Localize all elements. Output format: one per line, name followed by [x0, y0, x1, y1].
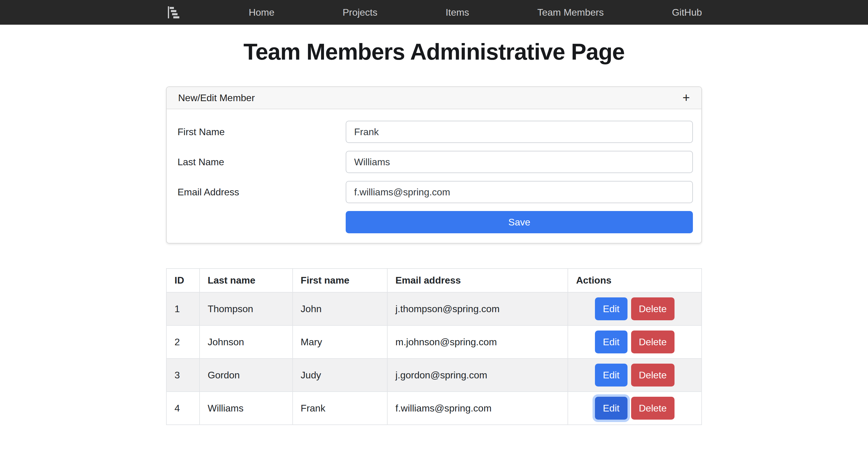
cell-email: j.gordon@spring.com [387, 359, 568, 392]
cell-actions: EditDelete [568, 392, 702, 425]
form-panel-body: First Name Last Name Email Address Save [167, 109, 701, 243]
cell-email: m.johnson@spring.com [387, 326, 568, 359]
table-row: 1 Thompson John j.thompson@spring.com Ed… [166, 292, 702, 326]
edit-button[interactable]: Edit [595, 297, 627, 320]
cell-email: f.williams@spring.com [387, 392, 568, 425]
table-row: 3 Gordon Judy j.gordon@spring.com EditDe… [166, 359, 702, 392]
header-last-name: Last name [199, 269, 293, 292]
last-name-row: Last Name [175, 151, 693, 173]
nav-item-items[interactable]: Items [445, 7, 469, 17]
cell-id: 4 [166, 392, 199, 425]
delete-button[interactable]: Delete [631, 364, 675, 386]
table-row: 4 Williams Frank f.williams@spring.com E… [166, 392, 702, 425]
cell-id: 1 [166, 292, 199, 326]
delete-button[interactable]: Delete [631, 297, 675, 320]
cell-last-name: Williams [199, 392, 293, 425]
brand-logo[interactable] [166, 5, 181, 20]
member-form-panel: New/Edit Member + First Name Last Name E… [166, 87, 702, 243]
page-title: Team Members Administrative Page [0, 38, 868, 65]
edit-button-focused[interactable]: Edit [595, 397, 627, 419]
delete-button[interactable]: Delete [631, 397, 675, 419]
nav-item-github[interactable]: GitHub [672, 7, 702, 17]
cell-first-name: Frank [293, 392, 387, 425]
first-name-row: First Name [175, 121, 693, 143]
expand-toggle-icon[interactable]: + [682, 92, 690, 104]
cell-actions: EditDelete [568, 326, 702, 359]
gantt-chart-icon [166, 5, 181, 20]
table-row: 2 Johnson Mary m.johnson@spring.com Edit… [166, 326, 702, 359]
cell-actions: EditDelete [568, 292, 702, 326]
cell-last-name: Thompson [199, 292, 293, 326]
form-panel-title: New/Edit Member [178, 93, 255, 104]
cell-last-name: Johnson [199, 326, 293, 359]
cell-id: 2 [166, 326, 199, 359]
cell-first-name: John [293, 292, 387, 326]
cell-first-name: Mary [293, 326, 387, 359]
navbar-inner: Home Projects Items Team Members GitHub [166, 0, 702, 25]
last-name-label: Last Name [175, 157, 346, 168]
members-table: ID Last name First name Email address Ac… [166, 268, 702, 425]
email-label: Email Address [175, 186, 346, 198]
nav-item-home[interactable]: Home [249, 7, 274, 17]
header-actions: Actions [568, 269, 702, 292]
cell-actions: EditDelete [568, 359, 702, 392]
header-first-name: First name [293, 269, 387, 292]
nav-item-projects[interactable]: Projects [343, 7, 378, 17]
header-id: ID [166, 269, 199, 292]
top-navbar: Home Projects Items Team Members GitHub [0, 0, 868, 25]
email-row: Email Address [175, 181, 693, 203]
first-name-field[interactable] [346, 121, 693, 143]
delete-button[interactable]: Delete [631, 331, 675, 353]
edit-button[interactable]: Edit [595, 331, 627, 353]
cell-first-name: Judy [293, 359, 387, 392]
save-row: Save [175, 211, 693, 233]
form-panel-header[interactable]: New/Edit Member + [167, 87, 701, 109]
last-name-field[interactable] [346, 151, 693, 173]
cell-id: 3 [166, 359, 199, 392]
header-email: Email address [387, 269, 568, 292]
edit-button[interactable]: Edit [595, 364, 627, 386]
email-field[interactable] [346, 181, 693, 203]
cell-email: j.thompson@spring.com [387, 292, 568, 326]
first-name-label: First Name [175, 127, 346, 138]
table-header-row: ID Last name First name Email address Ac… [166, 269, 702, 292]
nav-item-team-members[interactable]: Team Members [537, 7, 604, 17]
save-button[interactable]: Save [346, 211, 693, 233]
cell-last-name: Gordon [199, 359, 293, 392]
